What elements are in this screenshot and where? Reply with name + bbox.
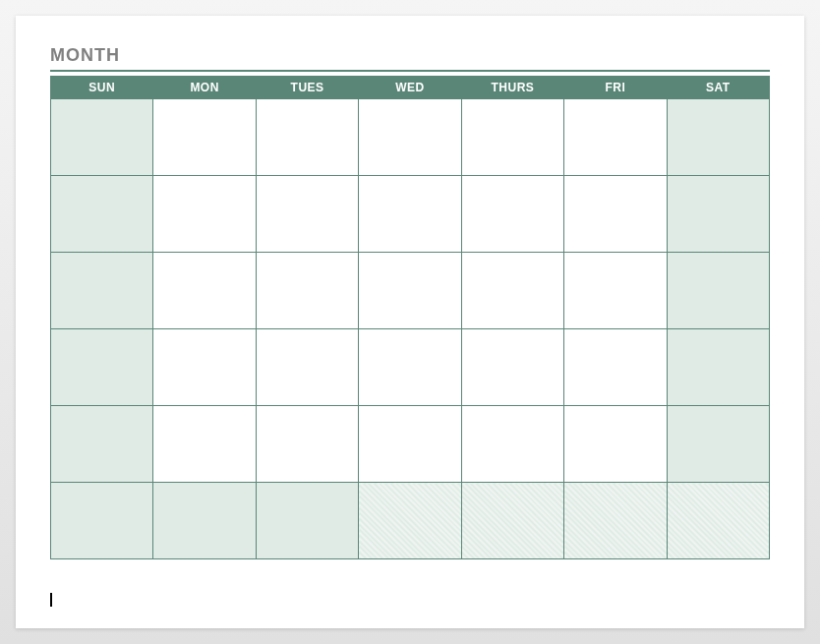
day-header-fri: FRI [564, 77, 667, 99]
calendar-table: SUN MON TUES WED THURS FRI SAT [50, 76, 770, 559]
month-title[interactable]: MONTH [50, 45, 770, 66]
calendar-cell[interactable] [256, 176, 358, 253]
calendar-cell[interactable] [461, 176, 563, 253]
calendar-cell[interactable] [359, 253, 461, 329]
calendar-cell[interactable] [461, 253, 563, 329]
calendar-header-row: SUN MON TUES WED THURS FRI SAT [51, 77, 770, 99]
calendar-cell[interactable] [51, 99, 153, 176]
day-header-wed: WED [359, 77, 461, 99]
calendar-cell[interactable] [667, 329, 769, 406]
calendar-cell[interactable] [564, 253, 667, 329]
calendar-cell[interactable] [153, 483, 256, 559]
calendar-cell[interactable] [564, 406, 667, 483]
calendar-cell[interactable] [359, 329, 461, 406]
calendar-cell[interactable] [461, 99, 563, 176]
calendar-body [51, 99, 770, 559]
calendar-cell[interactable] [51, 176, 153, 253]
calendar-cell[interactable] [461, 406, 563, 483]
calendar-cell[interactable] [667, 99, 769, 176]
day-header-mon: MON [153, 77, 256, 99]
calendar-cell[interactable] [359, 406, 461, 483]
calendar-row [51, 483, 770, 559]
calendar-cell[interactable] [256, 329, 358, 406]
calendar-cell[interactable] [667, 406, 769, 483]
calendar-cell[interactable] [359, 483, 461, 559]
calendar-cell[interactable] [256, 483, 358, 559]
day-header-sun: SUN [51, 77, 153, 99]
calendar-row [51, 406, 770, 483]
calendar-row [51, 329, 770, 406]
calendar-cell[interactable] [564, 483, 667, 559]
calendar-cell[interactable] [461, 483, 563, 559]
calendar-cell[interactable] [153, 99, 256, 176]
title-row: MONTH [50, 45, 770, 72]
calendar-cell[interactable] [51, 329, 153, 406]
calendar-cell[interactable] [667, 176, 769, 253]
text-cursor [50, 593, 52, 607]
calendar-cell[interactable] [256, 99, 358, 176]
calendar-cell[interactable] [564, 329, 667, 406]
calendar-cell[interactable] [667, 253, 769, 329]
document-page: MONTH SUN MON TUES WED THURS FRI SAT [16, 16, 804, 628]
calendar-cell[interactable] [359, 99, 461, 176]
day-header-tues: TUES [256, 77, 358, 99]
day-header-thurs: THURS [461, 77, 563, 99]
calendar-cell[interactable] [153, 253, 256, 329]
calendar-cell[interactable] [564, 99, 667, 176]
calendar-cell[interactable] [564, 176, 667, 253]
calendar-row [51, 253, 770, 329]
calendar-cell[interactable] [461, 329, 563, 406]
calendar-cell[interactable] [256, 253, 358, 329]
day-header-sat: SAT [667, 77, 769, 99]
calendar-cell[interactable] [667, 483, 769, 559]
calendar-cell[interactable] [359, 176, 461, 253]
calendar-cell[interactable] [153, 406, 256, 483]
calendar-row [51, 176, 770, 253]
calendar-cell[interactable] [51, 483, 153, 559]
calendar-row [51, 99, 770, 176]
calendar-cell[interactable] [256, 406, 358, 483]
calendar-cell[interactable] [51, 406, 153, 483]
calendar-cell[interactable] [153, 176, 256, 253]
calendar-cell[interactable] [153, 329, 256, 406]
calendar-cell[interactable] [51, 253, 153, 329]
